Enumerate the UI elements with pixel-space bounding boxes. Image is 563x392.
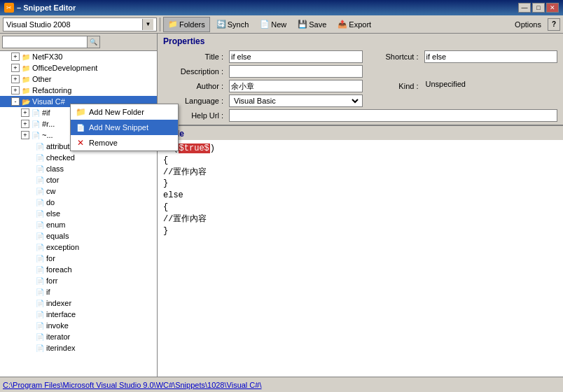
snippet-label-iterindex: iterindex [46,344,76,352]
synch-button[interactable]: 🔄 Synch [211,17,254,32]
snippet-label-forr: forr [46,276,58,285]
snippet-leaf-icon: 📄 [35,276,45,286]
code-line-4: } [163,178,557,190]
ctx-add-folder[interactable]: 📁 Add New Folder [71,104,178,120]
expander-visualcsharp[interactable]: - [11,97,20,106]
snippet-leaf-icon: 📄 [35,242,45,252]
list-item-enum[interactable]: 📄 enum [0,219,157,230]
options-button[interactable]: Options [510,17,546,32]
snippet-icon: 📄 [31,108,41,118]
toolbar-separator [160,18,160,31]
ctx-remove[interactable]: ✕ Remove [71,135,178,150]
export-label: Export [349,20,371,29]
tree-item-other[interactable]: + 📁 Other [0,74,157,85]
left-panel: 🔍 + 📁 NetFX30 + 📁 OfficeDevelopment + [0,34,158,377]
snippet-leaf-icon: 📄 [35,253,45,263]
language-select[interactable]: Visual Basic CSharp [229,94,363,107]
folders-icon: 📁 [168,20,178,29]
tree-item-netfx30[interactable]: + 📁 NetFX30 [0,51,157,62]
expander-tilde[interactable]: + [21,131,29,139]
ctx-add-folder-label: Add New Folder [89,108,144,116]
list-item-foreach[interactable]: 📄 foreach [0,264,157,275]
list-item-equals[interactable]: 📄 equals [0,230,157,241]
list-item-interface[interactable]: 📄 interface [0,309,157,320]
main-layout: 🔍 + 📁 NetFX30 + 📁 OfficeDevelopment + [0,34,563,377]
snippet-label-enum: enum [46,220,66,229]
close-button[interactable]: ✕ [546,3,559,13]
snippet-label-for: for [46,254,55,262]
ctx-add-snippet[interactable]: 📄 Add New Snippet [71,120,178,135]
tree-item-refactoring[interactable]: + 📁 Refactoring [0,85,157,96]
help-button[interactable]: ? [548,18,560,31]
author-label: Author : [163,82,226,90]
tree-label-hashr: #r... [42,120,55,128]
list-item-checked[interactable]: 📄 checked [0,152,157,163]
export-button[interactable]: 📤 Export [333,17,376,32]
help-label: ? [552,20,556,28]
snippet-leaf-icon: 📄 [35,309,45,319]
list-item-indexer[interactable]: 📄 indexer [0,298,157,309]
list-item-class[interactable]: 📄 class [0,163,157,174]
shortcut-input[interactable] [424,50,558,63]
folders-button[interactable]: 📁 Folders [163,17,210,32]
tree-label-visualcsharp: Visual C# [32,97,65,106]
snippet-label-exception: exception [46,243,79,251]
expander-officedevelopment[interactable]: + [11,64,20,72]
expander-hashr[interactable]: + [21,120,29,128]
snippet-leaf-icon: 📄 [35,231,45,241]
minimize-button[interactable]: — [518,3,531,13]
synch-icon: 🔄 [216,20,226,29]
title-input[interactable] [229,50,363,63]
expander-netfx30[interactable]: + [11,52,20,61]
snippet-leaf-icon: 📄 [35,186,45,196]
snippet-leaf-icon: 📄 [35,332,45,342]
search-icon[interactable]: 🔍 [87,36,99,48]
vs-version-dropdown[interactable]: Visual Studio 2008 ▼ [3,18,157,31]
expander-refactoring[interactable]: + [11,86,20,94]
maximize-button[interactable]: □ [532,3,545,13]
snippet-leaf-icon: 📄 [35,209,45,218]
list-item-iterator[interactable]: 📄 iterator [0,331,157,342]
save-label: Save [309,20,326,29]
expander-other[interactable]: + [11,75,20,83]
list-item-exception[interactable]: 📄 exception [0,241,157,253]
author-input[interactable] [229,80,363,92]
folder-icon: 📁 [21,52,31,62]
list-item-iterindex[interactable]: 📄 iterindex [0,342,157,354]
folder-icon: 📁 [21,63,31,73]
folder-icon: 📁 [21,74,31,84]
search-box[interactable]: 🔍 [2,36,100,48]
list-item-do[interactable]: 📄 do [0,197,157,208]
code-header: Code [158,126,563,140]
status-path[interactable]: C:\Program Files\Microsoft Visual Studio… [3,381,261,389]
list-item-else[interactable]: 📄 else [0,208,157,219]
description-input[interactable] [229,65,363,78]
window-title: – Snippet Editor [17,4,76,12]
list-item-for[interactable]: 📄 for [0,253,157,264]
search-input[interactable] [3,38,87,46]
folder-icon: 📁 [21,85,31,95]
list-item-forr[interactable]: 📄 forr [0,275,157,286]
tree-item-officedevelopment[interactable]: + 📁 OfficeDevelopment [0,62,157,74]
language-dropdown[interactable]: Visual Basic CSharp [231,96,361,106]
code-line-3: //置作內容 [163,167,557,178]
snippet-leaf-icon: 📄 [35,153,45,162]
status-bar: C:\Program Files\Microsoft Visual Studio… [0,377,563,392]
new-button[interactable]: 📄 New [255,17,291,32]
tree-area[interactable]: + 📁 NetFX30 + 📁 OfficeDevelopment + 📁 Ot… [0,51,157,377]
code-area[interactable]: if($true$) { //置作內容 } else { //置作內容 } [158,140,563,377]
new-icon: 📄 [260,20,270,29]
snippet-leaf-icon: 📄 [35,343,45,353]
snippet-leaf-icon: 📄 [35,298,45,308]
save-button[interactable]: 💾 Save [293,17,331,32]
vs-version-label: Visual Studio 2008 [6,20,71,29]
expander-hashif[interactable]: + [21,108,29,117]
kind-label: Kind : [366,82,422,90]
snippet-icon: 📄 [31,119,41,129]
list-item-cw[interactable]: 📄 cw [0,186,157,197]
tree-label-other: Other [32,75,52,83]
list-item-ctor[interactable]: 📄 ctor [0,174,157,186]
list-item-invoke[interactable]: 📄 invoke [0,320,157,331]
list-item-if[interactable]: 📄 if [0,286,157,298]
helpurl-input[interactable] [229,109,557,122]
